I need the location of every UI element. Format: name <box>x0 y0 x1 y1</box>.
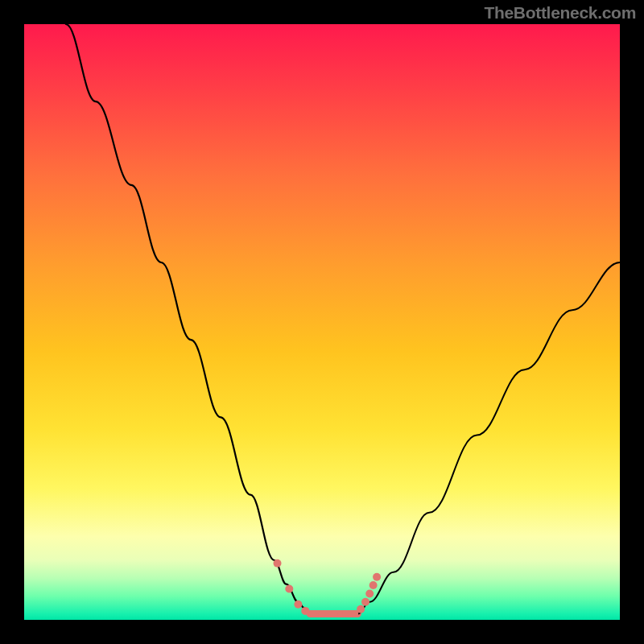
data-marker <box>361 598 369 606</box>
data-marker <box>373 573 381 581</box>
data-markers <box>274 559 382 617</box>
data-marker <box>274 559 282 568</box>
data-marker <box>330 610 337 617</box>
chart-frame: TheBottleneck.com <box>0 0 644 644</box>
data-marker <box>342 610 349 617</box>
data-marker <box>351 610 358 617</box>
watermark-text: TheBottleneck.com <box>484 3 636 23</box>
curve-layer <box>24 24 620 620</box>
data-marker <box>309 610 316 617</box>
data-marker <box>294 601 302 609</box>
data-marker <box>365 589 374 597</box>
data-marker <box>285 585 293 593</box>
data-marker <box>301 607 309 615</box>
plot-area <box>24 24 620 620</box>
right-branch-curve <box>357 262 620 614</box>
left-branch-curve <box>66 24 310 614</box>
data-marker <box>319 610 326 617</box>
data-marker <box>357 605 365 613</box>
data-marker <box>369 581 378 589</box>
